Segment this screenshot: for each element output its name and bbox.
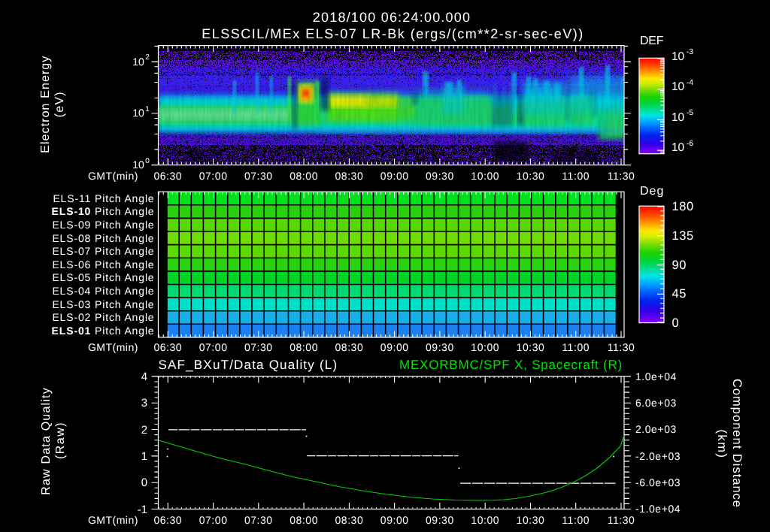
svg-text:(km): (km)	[715, 430, 729, 459]
svg-text:(eV): (eV)	[54, 91, 67, 117]
svg-text:ELS-02 Pitch Angle: ELS-02 Pitch Angle	[52, 311, 154, 323]
svg-text:10: 10	[132, 56, 144, 68]
svg-text:11:00: 11:00	[562, 514, 590, 526]
svg-text:07:30: 07:30	[244, 170, 273, 182]
svg-text:0: 0	[145, 157, 150, 165]
svg-text:11:30: 11:30	[608, 170, 635, 182]
svg-text:0: 0	[141, 476, 147, 489]
svg-text:1.0e+04: 1.0e+04	[635, 370, 677, 382]
svg-text:1: 1	[145, 105, 150, 113]
svg-text:11:30: 11:30	[608, 341, 635, 353]
svg-text:-4: -4	[687, 78, 693, 87]
svg-text:11:00: 11:00	[562, 341, 590, 353]
svg-text:09:30: 09:30	[426, 341, 454, 353]
svg-text:1: 1	[141, 450, 147, 463]
svg-text:135: 135	[672, 229, 694, 243]
svg-text:180: 180	[672, 200, 694, 213]
svg-text:2: 2	[145, 53, 150, 62]
svg-text:09:00: 09:00	[380, 170, 409, 182]
svg-text:Deg: Deg	[640, 185, 664, 198]
svg-text:06:30: 06:30	[153, 341, 182, 353]
svg-text:10: 10	[132, 107, 144, 119]
svg-text:08:30: 08:30	[335, 341, 364, 353]
svg-text:GMT(min): GMT(min)	[88, 341, 138, 353]
svg-text:90: 90	[672, 258, 687, 272]
svg-text:0: 0	[672, 316, 680, 330]
svg-text:10:00: 10:00	[471, 514, 499, 526]
svg-text:11:00: 11:00	[562, 170, 590, 182]
svg-text:10:30: 10:30	[517, 341, 545, 353]
svg-text:Electron Energy: Electron Energy	[40, 56, 53, 153]
svg-text:08:00: 08:00	[290, 341, 318, 353]
svg-text:10:00: 10:00	[471, 170, 499, 182]
svg-text:ELS-03 Pitch Angle: ELS-03 Pitch Angle	[52, 298, 154, 310]
svg-text:06:30: 06:30	[153, 514, 182, 526]
svg-text:ELS-05 Pitch Angle: ELS-05 Pitch Angle	[52, 271, 154, 283]
svg-text:ELS-01 Pitch Angle: ELS-01 Pitch Angle	[52, 325, 155, 337]
svg-text:07:00: 07:00	[199, 170, 228, 182]
svg-text:07:30: 07:30	[244, 341, 273, 353]
svg-text:2: 2	[141, 424, 147, 437]
svg-text:10:30: 10:30	[517, 170, 545, 182]
svg-text:ELS-10 Pitch Angle: ELS-10 Pitch Angle	[52, 205, 155, 217]
svg-text:ELS-08 Pitch Angle: ELS-08 Pitch Angle	[52, 232, 154, 244]
svg-text:08:00: 08:00	[290, 170, 318, 182]
svg-text:ELS-11 Pitch Angle: ELS-11 Pitch Angle	[53, 192, 154, 204]
svg-text:-2.0e+03: -2.0e+03	[635, 450, 681, 462]
svg-text:06:30: 06:30	[153, 170, 182, 182]
svg-text:10: 10	[671, 141, 685, 154]
svg-text:SAF_BXuT/Data Quality (L): SAF_BXuT/Data Quality (L)	[159, 358, 338, 372]
svg-text:(Raw): (Raw)	[54, 422, 67, 459]
svg-text:08:30: 08:30	[335, 170, 364, 182]
svg-text:4: 4	[141, 370, 147, 383]
svg-text:ELS-06 Pitch Angle: ELS-06 Pitch Angle	[52, 258, 154, 271]
svg-text:ELS-09 Pitch Angle: ELS-09 Pitch Angle	[52, 219, 154, 231]
svg-text:GMT(min): GMT(min)	[88, 514, 138, 526]
svg-text:2018/100 06:24:00.000: 2018/100 06:24:00.000	[313, 10, 471, 25]
svg-text:Raw Data Quality: Raw Data Quality	[40, 387, 53, 495]
svg-text:11:30: 11:30	[608, 514, 635, 526]
svg-text:-1: -1	[138, 503, 147, 516]
svg-text:10:00: 10:00	[471, 341, 499, 353]
svg-text:45: 45	[672, 287, 687, 301]
svg-text:10: 10	[671, 80, 685, 93]
svg-text:6.0e+03: 6.0e+03	[635, 397, 677, 409]
svg-text:09:00: 09:00	[380, 341, 409, 353]
svg-text:09:30: 09:30	[426, 170, 454, 182]
svg-text:Component Distance: Component Distance	[730, 379, 744, 508]
svg-text:08:30: 08:30	[335, 514, 364, 526]
svg-text:MEXORBMC/SPF X, Spacecraft (R): MEXORBMC/SPF X, Spacecraft (R)	[399, 358, 623, 372]
svg-text:2.0e+03: 2.0e+03	[635, 423, 677, 435]
svg-text:DEF: DEF	[640, 35, 664, 47]
svg-text:-5: -5	[687, 108, 693, 117]
svg-text:07:00: 07:00	[199, 514, 228, 526]
svg-text:ELSSCIL/MEx ELS-07 LR-Bk (erg: ELSSCIL/MEx ELS-07 LR-Bk (ergs/(cm**2-sr…	[202, 26, 584, 41]
svg-text:GMT(min): GMT(min)	[88, 170, 138, 182]
svg-text:-6: -6	[687, 139, 693, 148]
svg-text:07:00: 07:00	[199, 341, 228, 353]
svg-text:10: 10	[671, 50, 685, 63]
svg-text:3: 3	[141, 397, 147, 410]
svg-text:-1.0e+04: -1.0e+04	[635, 503, 681, 515]
svg-text:09:30: 09:30	[426, 514, 454, 526]
svg-text:07:30: 07:30	[244, 514, 273, 526]
svg-text:10:30: 10:30	[517, 514, 545, 526]
svg-text:ELS-07 Pitch Angle: ELS-07 Pitch Angle	[52, 245, 154, 257]
svg-text:-6.0e+03: -6.0e+03	[635, 476, 681, 488]
svg-text:10: 10	[671, 111, 685, 124]
svg-text:08:00: 08:00	[290, 514, 318, 526]
svg-text:ELS-04 Pitch Angle: ELS-04 Pitch Angle	[52, 285, 154, 297]
svg-text:-3: -3	[687, 47, 693, 56]
svg-text:09:00: 09:00	[380, 514, 409, 526]
